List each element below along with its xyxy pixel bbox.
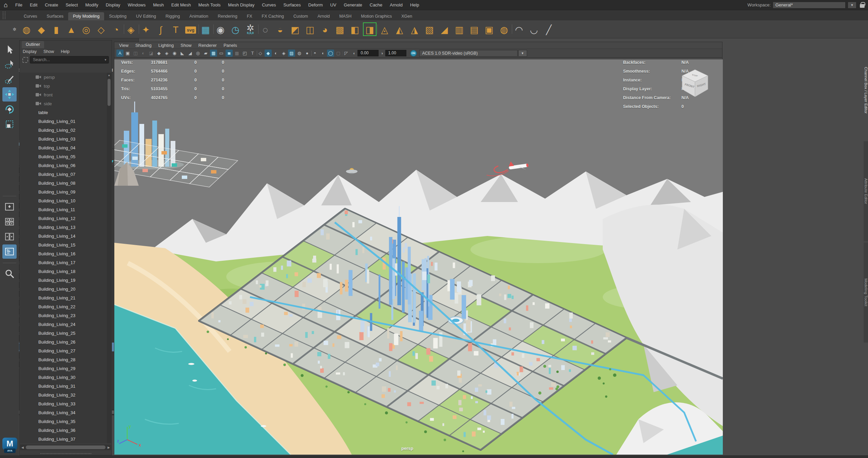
grease-pencil-icon[interactable]: ◢ [187, 50, 194, 57]
helix-icon[interactable]: ∫ [153, 22, 168, 37]
bookmark-icon[interactable]: ◣ [179, 50, 186, 57]
outliner-vertical-scrollbar[interactable]: ▲ [107, 73, 111, 443]
use-default-material-icon[interactable]: ◈ [280, 50, 287, 57]
pencil-curve-icon[interactable]: ╱ [541, 22, 556, 37]
image-plane-icon[interactable]: ▰ [202, 50, 209, 57]
shelf-tab[interactable]: Arnold [313, 12, 334, 20]
poke-icon[interactable]: ▥ [452, 22, 467, 37]
outliner-item[interactable]: Building_Living_25 [20, 329, 107, 337]
menu-item[interactable]: File [12, 0, 26, 10]
shelf-tab[interactable]: UV Editing [131, 12, 161, 20]
outliner-item[interactable]: Building_Living_06 [20, 161, 107, 170]
menu-item[interactable]: Edit [26, 0, 41, 10]
select-camera-icon[interactable]: ◆ [155, 50, 162, 57]
motion-blur-icon[interactable]: ◖ [319, 50, 326, 57]
menu-item[interactable]: Modify [82, 0, 102, 10]
boolean-union-icon[interactable]: ◫ [303, 22, 317, 37]
outliner-item[interactable]: Building_Living_14 [20, 232, 107, 240]
scroll-right-icon[interactable]: ▶ [106, 446, 111, 449]
outliner-item[interactable]: Building_Living_04 [20, 143, 107, 152]
platonic-solid-icon[interactable]: ◈ [123, 22, 138, 37]
extrude-icon[interactable]: ◬ [377, 22, 392, 37]
poly-disc-icon[interactable]: ◔ [109, 22, 123, 37]
workspace-dropdown-arrow-icon[interactable]: ▼ [848, 2, 856, 8]
outliner-item[interactable]: Building_Living_34 [20, 408, 107, 417]
two-pane-layout-icon[interactable] [2, 230, 17, 244]
wireframe-on-shaded-icon[interactable]: ▨ [288, 50, 295, 57]
outliner-item[interactable]: Building_Living_17 [20, 258, 107, 267]
sidebar-tab[interactable]: Attribute Editor [864, 141, 868, 241]
outliner-item[interactable]: Building_Living_03 [20, 134, 107, 143]
outliner-search-input[interactable] [30, 56, 109, 63]
scroll-thumb[interactable] [108, 79, 111, 106]
move-tool-icon[interactable] [2, 87, 17, 102]
outliner-item[interactable]: Building_Living_18 [20, 267, 107, 276]
color-management-on-badge[interactable]: ON [410, 50, 417, 57]
menu-item[interactable]: Deform [305, 0, 327, 10]
bridge-icon[interactable]: ◮ [407, 22, 422, 37]
shelf-tab[interactable]: FX [242, 12, 257, 20]
menu-item[interactable]: Generate [340, 0, 366, 10]
outliner-item[interactable]: Building_Living_37 [20, 435, 107, 443]
pan-zoom-icon[interactable]: ◎ [194, 50, 201, 57]
menu-item[interactable]: Windows [124, 0, 149, 10]
outliner-title[interactable]: Outliner [22, 41, 44, 48]
grid-toggle-icon[interactable]: ▦ [210, 50, 217, 57]
shelf-tab[interactable]: XGen [397, 12, 417, 20]
outliner-item[interactable]: Building_Living_02 [20, 126, 107, 134]
viewport-menu-item[interactable]: Shading [132, 42, 155, 49]
exposure-field[interactable]: 0.00 [358, 50, 379, 56]
outliner-item[interactable]: Building_Living_12 [20, 214, 107, 223]
xray-icon[interactable]: ▢ [335, 50, 342, 57]
shadows-icon[interactable]: ● [304, 50, 311, 57]
menu-item[interactable]: Help [406, 0, 423, 10]
shelf-tab[interactable]: Custom [289, 12, 313, 20]
field-chart-icon[interactable]: ◰ [241, 50, 248, 57]
four-pane-layout-icon[interactable] [2, 215, 17, 229]
playblast-icon[interactable]: ◪ [148, 50, 155, 57]
shelf-tab[interactable]: Animation [185, 12, 213, 20]
safe-title-icon[interactable]: T [249, 50, 256, 57]
view-cube[interactable]: TOP FRONT RIGHT [678, 68, 712, 100]
outliner-item[interactable]: Building_Living_36 [20, 426, 107, 435]
menu-item[interactable]: Curves [258, 0, 279, 10]
outliner-item[interactable]: Building_Living_29 [20, 364, 107, 373]
viewport-scene[interactable]: Verts: 3178681 0 0 Edges: 5764466 0 0 Fa… [114, 59, 723, 455]
outliner-item[interactable]: Building_Living_28 [20, 355, 107, 364]
exposure-icon[interactable]: ◐ [353, 51, 355, 56]
outliner-menu-item[interactable]: Display [20, 48, 40, 55]
outliner-item[interactable]: Building_Living_05 [20, 152, 107, 161]
menu-item[interactable]: Mesh Tools [195, 0, 225, 10]
shelf-tab[interactable]: Poly Modeling [68, 12, 104, 20]
sphere-project-icon[interactable]: ◍ [497, 22, 512, 37]
outliner-item[interactable]: Building_Living_23 [20, 311, 107, 320]
scale-tool-icon[interactable] [2, 117, 17, 131]
gamma-field[interactable]: 1.00 [385, 50, 406, 56]
poly-plane-icon[interactable]: ◇ [94, 22, 109, 37]
center-pivot-icon[interactable]: ◷ [228, 22, 243, 37]
menu-item[interactable]: Cache [366, 0, 386, 10]
bevel-icon[interactable]: ◭ [392, 22, 407, 37]
workspace-select[interactable]: General* [773, 2, 846, 8]
camera-attributes-icon[interactable]: ◉ [171, 50, 178, 57]
multi-cut-icon[interactable]: ◨ [362, 22, 377, 37]
outliner-item[interactable]: Building_Living_20 [20, 285, 107, 293]
separate-icon[interactable]: ◒ [273, 22, 288, 37]
gamma-icon[interactable]: ◑ [381, 51, 383, 56]
select-tool-icon[interactable] [2, 42, 17, 57]
mirror-icon[interactable]: ◧ [347, 22, 362, 37]
outliner-item[interactable]: Building_Living_31 [20, 382, 107, 390]
outliner-menu-item[interactable]: Show [40, 48, 57, 55]
sidebar-tab[interactable]: Modeling Toolkit [864, 242, 868, 343]
menu-item[interactable]: Create [41, 0, 62, 10]
shelf-tab[interactable]: MASH [334, 12, 356, 20]
outliner-item[interactable]: Building_Living_24 [20, 320, 107, 329]
home-icon[interactable]: ⌂ [0, 0, 12, 10]
lighting-icon[interactable]: ◍ [296, 50, 303, 57]
textured-icon[interactable]: ◐ [272, 50, 279, 57]
isolate-select-icon[interactable]: ◸ [343, 50, 350, 57]
shelf-tab[interactable]: Sculpting [104, 12, 131, 20]
marquee-select-icon[interactable]: ▣ [124, 50, 131, 57]
outliner-item[interactable]: Building_Living_13 [20, 223, 107, 232]
snapshot-icon[interactable]: ◐ [140, 50, 147, 57]
